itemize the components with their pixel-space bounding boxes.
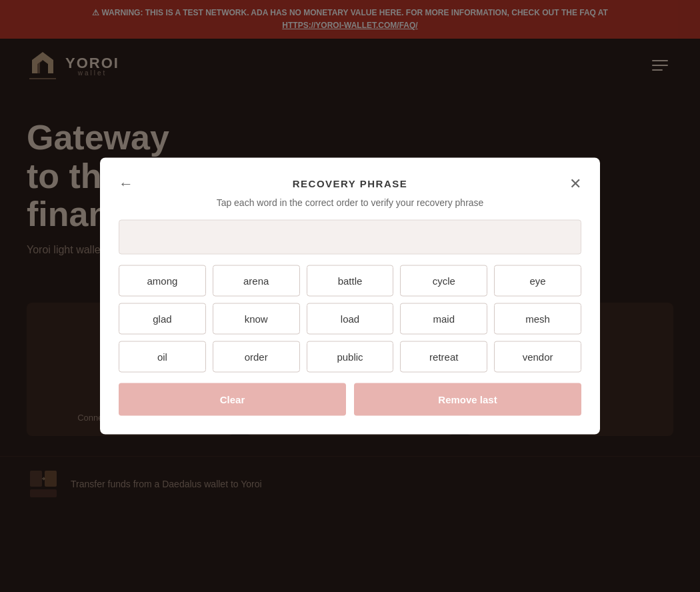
recovery-phrase-modal: ← RECOVERY PHRASE ✕ Tap each word in the… [100, 158, 600, 435]
word-button[interactable]: glad [119, 303, 206, 335]
word-button[interactable]: eye [494, 265, 581, 297]
word-button[interactable]: vendor [494, 341, 581, 373]
word-button[interactable]: know [213, 303, 300, 335]
modal-close-button[interactable]: ✕ [569, 175, 581, 192]
word-button[interactable]: maid [400, 303, 487, 335]
clear-button[interactable]: Clear [119, 383, 346, 416]
word-button[interactable]: mesh [494, 303, 581, 335]
word-button[interactable]: battle [307, 265, 394, 297]
word-button[interactable]: arena [213, 265, 300, 297]
word-button[interactable]: order [213, 341, 300, 373]
word-button[interactable]: cycle [400, 265, 487, 297]
back-arrow-icon: ← [119, 175, 133, 192]
word-button[interactable]: oil [119, 341, 206, 373]
word-button[interactable]: load [307, 303, 394, 335]
modal-title: RECOVERY PHRASE [293, 178, 408, 189]
phrase-input-area[interactable] [119, 220, 581, 255]
remove-last-button[interactable]: Remove last [354, 383, 581, 416]
close-icon: ✕ [569, 175, 581, 192]
word-button[interactable]: public [307, 341, 394, 373]
modal-subtitle: Tap each word in the correct order to ve… [119, 197, 581, 208]
word-button[interactable]: retreat [400, 341, 487, 373]
word-button[interactable]: among [119, 265, 206, 297]
word-grid: amongarenabattlecycleeyegladknowloadmaid… [119, 265, 581, 373]
modal-actions: Clear Remove last [119, 383, 581, 416]
modal-header: ← RECOVERY PHRASE ✕ [119, 178, 581, 189]
modal-back-button[interactable]: ← [119, 175, 133, 192]
